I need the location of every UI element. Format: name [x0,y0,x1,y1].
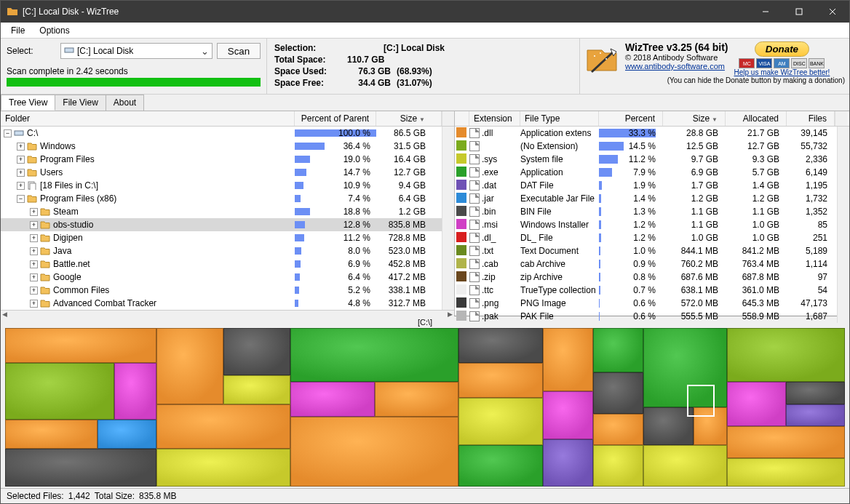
tab-file-view[interactable]: File View [55,95,106,111]
scan-button[interactable]: Scan [217,43,261,59]
treemap-block[interactable] [290,328,458,382]
expander-icon[interactable]: + [30,273,38,281]
treemap-block[interactable] [593,372,643,414]
treemap-block[interactable] [5,449,156,487]
treemap-block[interactable] [458,363,542,398]
expander-icon[interactable]: + [17,156,25,164]
ext-row[interactable]: .txtText Document1.0 %844.1 MB841.2 MB5,… [455,244,837,257]
tab-about[interactable]: About [106,95,144,111]
ext-row[interactable]: .jarExecutable Jar File1.4 %1.2 GB1.2 GB… [455,192,837,205]
ext-row[interactable]: .exeApplication7.9 %6.9 GB5.7 GB6,149 [455,166,837,179]
expander-icon[interactable]: + [30,287,38,295]
ext-row[interactable]: .sysSystem file11.2 %9.7 GB9.3 GB2,336 [455,153,837,166]
ext-header-ext[interactable]: Extension [469,111,520,126]
treemap-block[interactable] [727,382,786,426]
treemap-block[interactable] [458,445,542,487]
ext-row[interactable]: .ttcTrueType collection0.7 %638.1 MB361.… [455,284,837,297]
ext-row[interactable]: .cabcab Archive0.9 %760.2 MB763.4 MB1,11… [455,257,837,271]
tree-row[interactable]: +[18 Files in C:\]10.9 %9.4 GB [1,179,442,192]
treemap-block[interactable] [156,404,291,449]
treemap-block[interactable] [5,363,114,420]
treemap-block[interactable] [543,328,593,391]
treemap-block[interactable] [786,404,845,427]
treemap-block[interactable] [98,420,156,448]
ext-header-type[interactable]: File Type [520,111,599,126]
expander-icon[interactable]: + [30,208,38,216]
expander-icon[interactable]: + [30,300,38,308]
help-link[interactable]: Help us make WizTree better! [734,68,830,76]
ext-row[interactable]: .zipzip Archive0.8 %687.6 MB687.8 MB97 [455,271,837,284]
tree-body[interactable]: −C:\100.0 %86.5 GB+Windows36.4 %31.5 GB+… [1,127,442,310]
ext-body[interactable]: .dllApplication extens33.3 %28.8 GB21.7 … [455,127,837,323]
expander-icon[interactable]: + [30,260,38,268]
treemap-block[interactable] [643,407,694,445]
tree-header-pct[interactable]: Percent of Parent [295,111,376,126]
treemap-block[interactable] [727,458,845,487]
treemap-block[interactable] [727,426,845,458]
ext-row[interactable]: (No Extension)14.5 %12.5 GB12.7 GB55,732 [455,140,837,153]
treemap-block[interactable] [114,363,156,420]
tree-row[interactable]: +Common Files5.2 %338.1 MB [1,284,442,297]
expander-icon[interactable]: + [17,182,25,190]
ext-header-pct[interactable]: Percent [599,111,663,126]
tree-row[interactable]: +Digipen11.2 %728.8 MB [1,231,442,244]
treemap-block[interactable] [223,375,290,404]
ext-row[interactable]: .msiWindows Installer1.2 %1.1 GB1.0 GB85 [455,218,837,231]
expander-icon[interactable]: + [30,221,38,229]
treemap-block[interactable] [458,398,542,445]
ext-row[interactable]: .dllApplication extens33.3 %28.8 GB21.7 … [455,127,837,140]
treemap[interactable] [5,328,845,487]
treemap-block[interactable] [543,391,593,439]
treemap-block[interactable] [223,328,290,375]
treemap-block[interactable] [375,382,458,417]
tree-row[interactable]: −C:\100.0 %86.5 GB [1,127,442,140]
close-button[interactable] [816,1,849,23]
expander-icon[interactable]: + [17,169,25,177]
tree-header-size[interactable]: Size▼ [376,111,442,126]
ext-row[interactable]: .datDAT File1.9 %1.7 GB1.4 GB1,195 [455,179,837,192]
website-link[interactable]: www.antibody-software.com [625,62,728,71]
treemap-block[interactable] [5,420,98,448]
treemap-block[interactable] [543,439,593,487]
treemap-block[interactable] [786,382,845,404]
maximize-button[interactable] [782,1,816,23]
treemap-block[interactable] [5,328,156,363]
tree-row[interactable]: +obs-studio12.8 %835.8 MB [1,218,442,231]
ext-vscroll[interactable] [837,127,849,323]
treemap-block[interactable] [593,445,643,487]
treemap-block[interactable] [643,445,727,487]
ext-header-color[interactable] [455,111,469,126]
scroll-left-icon[interactable]: ◀ [2,311,7,318]
ext-header-files[interactable]: Files [787,111,835,126]
tree-vscroll[interactable] [442,127,454,310]
tree-row[interactable]: +Advanced Combat Tracker4.8 %312.7 MB [1,297,442,310]
ext-header-size[interactable]: Size▼ [663,111,726,126]
tree-row[interactable]: −Program Files (x86)7.4 %6.4 GB [1,192,442,205]
minimize-button[interactable] [749,1,782,23]
tree-row[interactable]: +Users14.7 %12.7 GB [1,166,442,179]
drive-select[interactable]: [C:] Local Disk ⌄ [60,43,212,59]
ext-row[interactable]: .pngPNG Image0.6 %572.0 MB645.3 MB47,173 [455,297,837,310]
expander-icon[interactable]: + [30,234,38,242]
donate-button[interactable]: Donate [755,41,809,57]
tree-row[interactable]: +Battle.net6.9 %452.8 MB [1,257,442,271]
tree-row[interactable]: +Windows36.4 %31.5 GB [1,140,442,153]
expander-icon[interactable]: − [17,195,25,203]
expander-icon[interactable]: − [4,129,12,137]
tree-hscroll[interactable]: ◀▶ [1,310,454,318]
treemap-block[interactable] [156,328,223,404]
ext-row[interactable]: .pakPAK File0.6 %555.5 MB558.9 MB1,687 [455,310,837,323]
treemap-block[interactable] [290,382,374,417]
tree-header-folder[interactable]: Folder [1,111,295,126]
treemap-block[interactable] [593,414,643,446]
ext-header-alloc[interactable]: Allocated [726,111,787,126]
treemap-block[interactable] [458,328,542,363]
expander-icon[interactable]: + [30,247,38,255]
menu-options[interactable]: Options [33,24,75,37]
expander-icon[interactable]: + [17,143,25,151]
menu-file[interactable]: File [5,24,31,37]
treemap-block[interactable] [290,417,458,487]
tree-row[interactable]: +Steam18.8 %1.2 GB [1,205,442,218]
tree-row[interactable]: +Program Files19.0 %16.4 GB [1,153,442,166]
ext-row[interactable]: .binBIN File1.3 %1.1 GB1.1 GB1,352 [455,205,837,218]
